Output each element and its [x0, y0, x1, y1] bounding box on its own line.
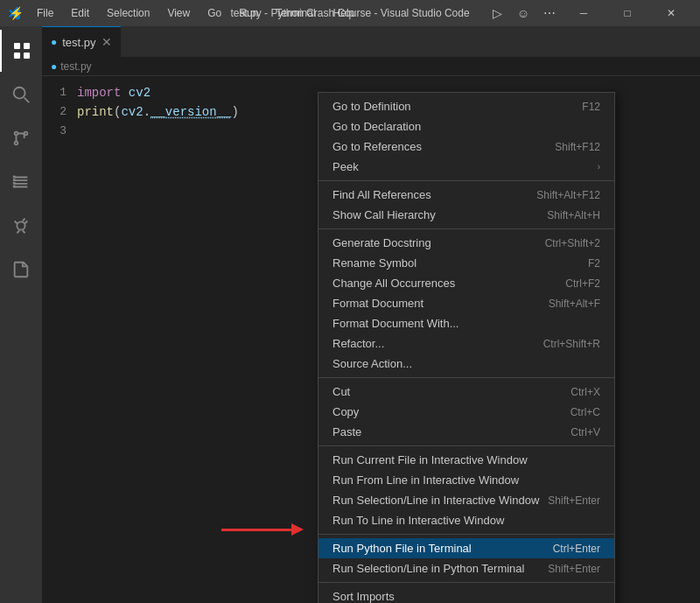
cm-separator-5 [318, 534, 614, 535]
red-arrow [221, 523, 304, 536]
cm-run-from-line[interactable]: Run From Line in Interactive Window [318, 470, 614, 490]
broadcast-icon[interactable]: ☺ [513, 3, 534, 24]
cm-run-python-file[interactable]: Run Python File in Terminal Ctrl+Enter [318, 538, 614, 558]
cm-separator-6 [318, 582, 614, 583]
cm-label: Find All References [332, 188, 431, 201]
cm-go-to-declaration[interactable]: Go to Declaration [318, 116, 614, 137]
activity-source-control[interactable] [0, 117, 42, 159]
main-layout: ● test.py ✕ ● test.py 1 2 3 import cv2 p… [0, 26, 700, 603]
cm-generate-docstring[interactable]: Generate Docstring Ctrl+Shift+2 [318, 233, 614, 253]
menu-view[interactable]: View [160, 5, 197, 21]
cm-sort-imports[interactable]: Sort Imports [318, 586, 614, 603]
cm-label: Source Action... [332, 357, 412, 370]
cm-peek-arrow: › [598, 162, 600, 172]
close-button[interactable]: ✕ [651, 0, 691, 26]
svg-rect-1 [14, 43, 20, 49]
activity-debug[interactable] [0, 205, 42, 247]
cm-label: Copy [332, 405, 359, 418]
window-title: test.py - Python Crash Course - Visual S… [230, 7, 469, 19]
cm-label: Change All Occurrences [332, 277, 455, 290]
svg-point-15 [17, 221, 24, 229]
cm-go-to-definition[interactable]: Go to Definition F12 [318, 96, 614, 116]
scrollbar[interactable] [688, 83, 700, 596]
cm-label: Generate Docstring [332, 236, 431, 249]
tab-test-py[interactable]: ● test.py ✕ [42, 26, 121, 57]
cm-copy[interactable]: Copy Ctrl+C [318, 402, 614, 422]
arrow-line [221, 529, 291, 531]
menu-file[interactable]: File [30, 5, 60, 21]
activity-extensions[interactable] [0, 161, 42, 203]
title-bar: ⚡ File Edit Selection View Go Run Termin… [0, 0, 700, 26]
cm-separator-4 [318, 445, 614, 446]
cm-label: Format Document [332, 297, 424, 310]
activity-search[interactable] [0, 74, 42, 116]
cm-label: Run To Line in Interactive Window [332, 514, 504, 527]
svg-text:⚡: ⚡ [9, 6, 23, 20]
cm-run-selection-line[interactable]: Run Selection/Line in Interactive Window… [318, 490, 614, 510]
cm-label: Run From Line in Interactive Window [332, 473, 519, 487]
cm-format-document[interactable]: Format Document Shift+Alt+F [318, 293, 614, 313]
cm-label: Run Python File in Terminal [332, 542, 472, 555]
svg-rect-13 [13, 182, 16, 185]
svg-rect-12 [13, 179, 16, 181]
tab-filename: test.py [62, 36, 95, 49]
cm-label: Format Document With... [332, 317, 458, 330]
cm-label: Show Call Hierarchy [332, 208, 436, 221]
activity-bar [0, 26, 42, 603]
cm-cut[interactable]: Cut Ctrl+X [318, 382, 614, 402]
cm-paste[interactable]: Paste Ctrl+V [318, 422, 614, 442]
cm-format-document-with[interactable]: Format Document With... [318, 313, 614, 333]
cm-run-to-line[interactable]: Run To Line in Interactive Window [318, 510, 614, 530]
svg-point-7 [15, 132, 18, 136]
cm-label: Go to Declaration [332, 120, 421, 133]
more-icon[interactable]: ⋯ [539, 3, 560, 24]
cm-label: Rename Symbol [332, 256, 416, 270]
cm-label: Run Current File in Interactive Window [332, 453, 528, 466]
tab-close-button[interactable]: ✕ [102, 35, 112, 49]
title-bar-right: ▷ ☺ ⋯ ─ □ ✕ [486, 0, 691, 26]
tab-file-icon: ● [51, 36, 57, 48]
menu-selection[interactable]: Selection [100, 5, 157, 21]
cm-run-selection-python[interactable]: Run Selection/Line in Python Terminal Sh… [318, 558, 614, 578]
menu-edit[interactable]: Edit [64, 5, 96, 21]
cm-change-all-occurrences[interactable]: Change All Occurrences Ctrl+F2 [318, 273, 614, 293]
cm-label: Paste [332, 425, 361, 438]
cm-label: Go to Definition [332, 100, 411, 113]
tab-bar: ● test.py ✕ [42, 26, 700, 57]
cm-find-all-references[interactable]: Find All References Shift+Alt+F12 [318, 185, 614, 205]
cm-refactor[interactable]: Refactor... Ctrl+Shift+R [318, 333, 614, 354]
cm-separator-2 [318, 228, 614, 229]
activity-testing[interactable] [0, 249, 42, 291]
svg-rect-2 [24, 43, 30, 49]
breadcrumb: ● test.py [42, 57, 700, 76]
cm-rename-symbol[interactable]: Rename Symbol F2 [318, 253, 614, 273]
minimize-button[interactable]: ─ [564, 0, 604, 26]
cm-label: Run Selection/Line in Interactive Window [332, 494, 539, 507]
cm-peek[interactable]: Peek › [318, 157, 614, 177]
menu-go[interactable]: Go [200, 5, 228, 21]
cm-label: Peek [332, 160, 359, 173]
activity-explorer[interactable] [0, 30, 42, 72]
cm-go-to-references[interactable]: Go to References Shift+F12 [318, 137, 614, 157]
cm-label: Go to References [332, 140, 422, 153]
cm-label: Sort Imports [332, 590, 395, 603]
breadcrumb-filename: test.py [60, 60, 91, 73]
line-numbers: 1 2 3 [42, 83, 77, 596]
breadcrumb-file-icon: ● [51, 60, 57, 73]
cm-label: Cut [332, 385, 350, 398]
vscode-logo: ⚡ [9, 6, 23, 20]
svg-rect-11 [13, 176, 16, 179]
cm-run-current-file[interactable]: Run Current File in Interactive Window [318, 450, 614, 470]
svg-point-9 [15, 142, 18, 145]
cm-show-call-hierarchy[interactable]: Show Call Hierarchy Shift+Alt+H [318, 205, 614, 225]
svg-rect-3 [14, 53, 20, 59]
cm-separator-1 [318, 180, 614, 181]
svg-rect-14 [13, 186, 16, 188]
cm-separator-3 [318, 377, 614, 378]
cm-source-action[interactable]: Source Action... [318, 354, 614, 374]
context-menu: Go to Definition F12 Go to Declaration G… [318, 92, 615, 603]
title-actions: ▷ ☺ ⋯ [486, 3, 560, 24]
svg-point-5 [14, 88, 25, 99]
run-icon[interactable]: ▷ [486, 3, 508, 24]
maximize-button[interactable]: □ [607, 0, 648, 26]
